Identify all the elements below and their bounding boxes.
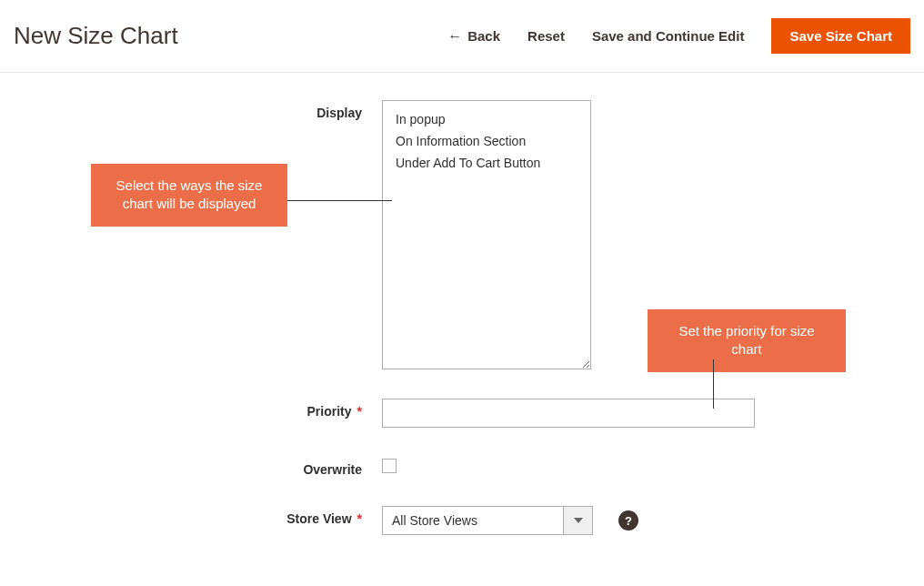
reset-button[interactable]: Reset: [527, 28, 565, 44]
page-title: New Size Chart: [14, 22, 447, 50]
toolbar: ← Back Reset Save and Continue Edit Save…: [447, 18, 910, 54]
priority-label: Priority*: [0, 399, 382, 419]
display-option[interactable]: On Information Section: [383, 130, 590, 152]
display-option[interactable]: In popup: [383, 108, 590, 130]
priority-input[interactable]: [382, 399, 755, 428]
storeview-select-wrap: All Store Views ?: [382, 506, 638, 535]
callout-priority: Set the priority for size chart: [648, 309, 846, 372]
back-label: Back: [467, 28, 500, 44]
display-option[interactable]: Under Add To Cart Button: [383, 152, 590, 174]
priority-control: [382, 399, 755, 428]
save-button[interactable]: Save Size Chart: [771, 18, 910, 54]
storeview-dropdown-button[interactable]: [564, 506, 593, 535]
save-continue-button[interactable]: Save and Continue Edit: [592, 28, 745, 44]
chevron-down-icon: [574, 518, 583, 523]
help-icon[interactable]: ?: [618, 510, 638, 530]
overwrite-control: [382, 457, 397, 473]
callout-display: Select the ways the size chart will be d…: [91, 164, 287, 227]
overwrite-checkbox[interactable]: [382, 459, 397, 473]
required-asterisk: *: [357, 404, 362, 419]
callout-connector: [287, 200, 392, 201]
row-storeview: Store View* All Store Views ?: [0, 506, 924, 535]
page-header: New Size Chart ← Back Reset Save and Con…: [0, 0, 924, 73]
row-overwrite: Overwrite: [0, 457, 924, 477]
overwrite-label: Overwrite: [0, 457, 382, 477]
storeview-select[interactable]: All Store Views: [382, 506, 564, 535]
display-multiselect[interactable]: In popup On Information Section Under Ad…: [382, 100, 591, 369]
arrow-left-icon: ←: [447, 28, 462, 45]
save-continue-label: Save and Continue Edit: [592, 28, 745, 44]
storeview-control: All Store Views ?: [382, 506, 638, 535]
reset-label: Reset: [527, 28, 565, 44]
storeview-label: Store View*: [0, 506, 382, 526]
required-asterisk: *: [357, 511, 362, 526]
back-button[interactable]: ← Back: [447, 28, 500, 45]
row-priority: Priority*: [0, 399, 924, 428]
form-area: Display In popup On Information Section …: [0, 73, 924, 535]
display-label: Display: [0, 100, 382, 120]
display-control: In popup On Information Section Under Ad…: [382, 100, 591, 369]
callout-connector: [713, 359, 714, 409]
